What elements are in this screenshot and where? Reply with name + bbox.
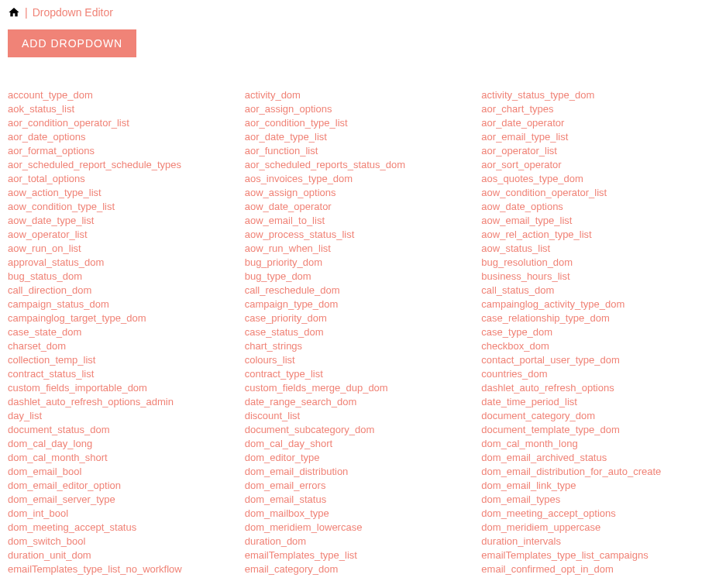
dropdown-link[interactable]: day_list <box>8 409 245 423</box>
add-dropdown-button[interactable]: ADD DROPDOWN <box>8 29 136 57</box>
dropdown-link[interactable]: collection_temp_list <box>8 353 245 367</box>
dropdown-link[interactable]: custom_fields_merge_dup_dom <box>245 381 482 395</box>
dropdown-link[interactable]: aow_process_status_list <box>245 228 482 242</box>
dropdown-link[interactable]: dom_email_bool <box>8 465 245 479</box>
dropdown-link[interactable]: dom_email_types <box>481 493 718 507</box>
dropdown-link[interactable]: checkbox_dom <box>481 339 718 353</box>
dropdown-link[interactable]: case_relationship_type_dom <box>481 311 718 325</box>
dropdown-link[interactable]: aow_status_list <box>481 242 718 256</box>
dropdown-link[interactable]: activity_dom <box>245 88 482 102</box>
dropdown-link[interactable]: aow_rel_action_type_list <box>481 228 718 242</box>
dropdown-link[interactable]: aok_status_list <box>8 102 245 116</box>
dropdown-link[interactable]: case_type_dom <box>481 325 718 339</box>
dropdown-link[interactable]: account_type_dom <box>8 88 245 102</box>
dropdown-link[interactable]: case_state_dom <box>8 325 245 339</box>
dropdown-link[interactable]: case_status_dom <box>245 325 482 339</box>
dropdown-link[interactable]: dom_int_bool <box>8 507 245 521</box>
dropdown-link[interactable]: business_hours_list <box>481 270 718 284</box>
dropdown-link[interactable]: aor_scheduled_reports_status_dom <box>245 158 482 172</box>
dropdown-link[interactable]: dom_email_distribution <box>245 465 482 479</box>
dropdown-link[interactable]: aos_invoices_type_dom <box>245 172 482 186</box>
breadcrumb-current[interactable]: Dropdown Editor <box>33 6 113 19</box>
dropdown-link[interactable]: chart_strings <box>245 339 482 353</box>
dropdown-link[interactable]: case_priority_dom <box>245 311 482 325</box>
dropdown-link[interactable]: dom_email_editor_option <box>8 479 245 493</box>
dropdown-link[interactable]: aow_operator_list <box>8 228 245 242</box>
dropdown-link[interactable]: approval_status_dom <box>8 256 245 270</box>
dropdown-link[interactable]: dom_email_archived_status <box>481 451 718 465</box>
dropdown-link[interactable]: contract_status_list <box>8 367 245 381</box>
dropdown-link[interactable]: aor_condition_type_list <box>245 116 482 130</box>
dropdown-link[interactable]: email_confirmed_opt_in_dom <box>481 562 718 576</box>
dropdown-link[interactable]: campaign_status_dom <box>8 297 245 311</box>
dropdown-link[interactable]: dom_email_status <box>245 493 482 507</box>
dropdown-link[interactable]: aow_email_to_list <box>245 214 482 228</box>
dropdown-link[interactable]: date_time_period_list <box>481 395 718 409</box>
dropdown-link[interactable]: dom_cal_month_long <box>481 437 718 451</box>
dropdown-link[interactable]: aow_date_type_list <box>8 214 245 228</box>
dropdown-link[interactable]: dom_meridiem_uppercase <box>481 521 718 535</box>
home-icon[interactable] <box>8 6 20 19</box>
dropdown-link[interactable]: countries_dom <box>481 367 718 381</box>
dropdown-link[interactable]: aow_date_operator <box>245 200 482 214</box>
dropdown-link[interactable]: aow_date_options <box>481 200 718 214</box>
dropdown-link[interactable]: charset_dom <box>8 339 245 353</box>
dropdown-link[interactable]: dom_meeting_accept_status <box>8 521 245 535</box>
dropdown-link[interactable]: aor_date_type_list <box>245 130 482 144</box>
dropdown-link[interactable]: aow_assign_options <box>245 186 482 200</box>
dropdown-link[interactable]: aor_scheduled_report_schedule_types <box>8 158 245 172</box>
dropdown-link[interactable]: bug_status_dom <box>8 270 245 284</box>
dropdown-link[interactable]: contact_portal_user_type_dom <box>481 353 718 367</box>
dropdown-link[interactable]: email_category_dom <box>245 562 482 576</box>
dropdown-link[interactable]: date_range_search_dom <box>245 395 482 409</box>
dropdown-link[interactable]: dom_editor_type <box>245 451 482 465</box>
dropdown-link[interactable]: aor_assign_options <box>245 102 482 116</box>
dropdown-link[interactable]: call_reschedule_dom <box>245 284 482 297</box>
dropdown-link[interactable]: campainglog_target_type_dom <box>8 311 245 325</box>
dropdown-link[interactable]: aow_condition_type_list <box>8 200 245 214</box>
dropdown-link[interactable]: colours_list <box>245 353 482 367</box>
dropdown-link[interactable]: document_status_dom <box>8 423 245 437</box>
dropdown-link[interactable]: dom_mailbox_type <box>245 507 482 521</box>
dropdown-link[interactable]: aor_date_operator <box>481 116 718 130</box>
dropdown-link[interactable]: document_template_type_dom <box>481 423 718 437</box>
dropdown-link[interactable]: aow_action_type_list <box>8 186 245 200</box>
dropdown-link[interactable]: dashlet_auto_refresh_options <box>481 381 718 395</box>
dropdown-link[interactable]: aow_run_on_list <box>8 242 245 256</box>
dropdown-link[interactable]: dom_meridiem_lowercase <box>245 521 482 535</box>
dropdown-link[interactable]: aor_sort_operator <box>481 158 718 172</box>
dropdown-link[interactable]: dom_switch_bool <box>8 535 245 548</box>
dropdown-link[interactable]: bug_type_dom <box>245 270 482 284</box>
dropdown-link[interactable]: custom_fields_importable_dom <box>8 381 245 395</box>
dropdown-link[interactable]: duration_unit_dom <box>8 548 245 562</box>
dropdown-link[interactable]: aor_email_type_list <box>481 130 718 144</box>
dropdown-link[interactable]: bug_resolution_dom <box>481 256 718 270</box>
dropdown-link[interactable]: aow_email_type_list <box>481 214 718 228</box>
dropdown-link[interactable]: call_status_dom <box>481 284 718 297</box>
dropdown-link[interactable]: dom_email_distribution_for_auto_create <box>481 465 718 479</box>
dropdown-link[interactable]: emailTemplates_type_list_no_workflow <box>8 562 245 576</box>
dropdown-link[interactable]: dom_email_errors <box>245 479 482 493</box>
dropdown-link[interactable]: duration_dom <box>245 535 482 548</box>
dropdown-link[interactable]: dom_cal_day_short <box>245 437 482 451</box>
dropdown-link[interactable]: aor_condition_operator_list <box>8 116 245 130</box>
dropdown-link[interactable]: aor_operator_list <box>481 144 718 158</box>
dropdown-link[interactable]: campainglog_activity_type_dom <box>481 297 718 311</box>
dropdown-link[interactable]: aos_quotes_type_dom <box>481 172 718 186</box>
dropdown-link[interactable]: aow_condition_operator_list <box>481 186 718 200</box>
dropdown-link[interactable]: aor_total_options <box>8 172 245 186</box>
dropdown-link[interactable]: document_subcategory_dom <box>245 423 482 437</box>
dropdown-link[interactable]: emailTemplates_type_list_campaigns <box>481 548 718 562</box>
dropdown-link[interactable]: aor_format_options <box>8 144 245 158</box>
dropdown-link[interactable]: contract_type_list <box>245 367 482 381</box>
dropdown-link[interactable]: duration_intervals <box>481 535 718 548</box>
dropdown-link[interactable]: call_direction_dom <box>8 284 245 297</box>
dropdown-link[interactable]: dom_email_link_type <box>481 479 718 493</box>
dropdown-link[interactable]: discount_list <box>245 409 482 423</box>
dropdown-link[interactable]: document_category_dom <box>481 409 718 423</box>
dropdown-link[interactable]: aor_date_options <box>8 130 245 144</box>
dropdown-link[interactable]: dom_cal_day_long <box>8 437 245 451</box>
dropdown-link[interactable]: dom_meeting_accept_options <box>481 507 718 521</box>
dropdown-link[interactable]: dashlet_auto_refresh_options_admin <box>8 395 245 409</box>
dropdown-link[interactable]: campaign_type_dom <box>245 297 482 311</box>
